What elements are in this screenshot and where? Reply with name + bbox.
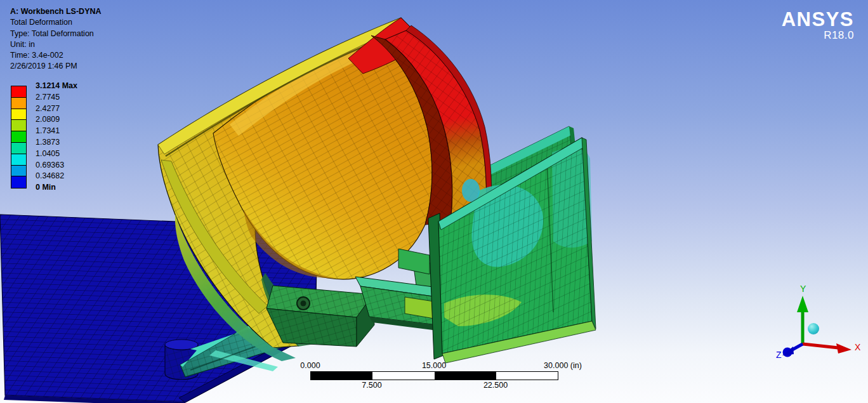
result-timestamp: 2/26/2019 1:46 PM	[10, 61, 102, 72]
legend-value: 0.69363	[36, 160, 64, 170]
ansys-release-text: R18.0	[782, 29, 854, 41]
scale-segment	[435, 372, 496, 380]
legend-value: 2.7745	[36, 92, 60, 102]
legend-swatch	[11, 166, 26, 177]
scale-ruler-bar	[310, 371, 558, 380]
legend-max-label: 3.1214 Max	[36, 81, 77, 91]
scale-ruler: 0.000 15.000 30.000 (in) 7.500 22.500	[310, 361, 558, 399]
legend-value: 0.34682	[36, 171, 64, 181]
orientation-triad[interactable]: Y X Z	[765, 277, 866, 378]
iso-view-sphere[interactable]	[808, 323, 819, 334]
y-axis-arrow[interactable]	[797, 296, 808, 344]
result-unit: Unit: in	[10, 39, 102, 50]
legend-value: 1.3873	[36, 137, 60, 147]
x-axis-arrow[interactable]	[803, 343, 852, 353]
result-info-block: A: Workbench LS-DYNA Total Deformation T…	[10, 6, 102, 72]
analysis-title: A: Workbench LS-DYNA	[10, 6, 102, 17]
deformation-legend: 3.1214 Max 2.7745 2.4277 2.0809 1.7341 1…	[9, 81, 85, 192]
legend-value: 2.4277	[36, 103, 60, 114]
legend-min-label: 0 Min	[36, 182, 56, 192]
legend-value: 2.0809	[36, 114, 60, 124]
scale-label-15: 15.000	[422, 361, 446, 370]
legend-color-stack	[11, 86, 27, 188]
ansys-logo-text: ANSYS	[782, 10, 854, 29]
legend-swatch	[11, 120, 26, 131]
result-time: Time: 3.4e-002	[10, 50, 102, 61]
legend-value: 1.7341	[36, 126, 60, 136]
legend-swatch	[11, 143, 26, 154]
scale-segment	[311, 372, 372, 380]
x-axis-label: X	[855, 342, 861, 352]
legend-swatch	[11, 109, 26, 121]
legend-swatch	[11, 176, 26, 188]
scale-label-0: 0.000	[300, 361, 320, 370]
scale-label-30: 30.000 (in)	[544, 361, 582, 370]
result-type: Type: Total Deformation	[10, 29, 102, 39]
legend-swatch	[11, 98, 26, 109]
model-3d-canvas[interactable]	[0, 0, 868, 403]
model-viewport[interactable]: A: Workbench LS-DYNA Total Deformation T…	[0, 0, 868, 403]
y-axis-label: Y	[800, 284, 806, 294]
z-axis-label: Z	[776, 350, 782, 360]
legend-value: 1.0405	[36, 149, 60, 159]
saddle-base-block	[266, 286, 374, 347]
legend-swatch	[11, 131, 26, 143]
scale-segment	[496, 372, 558, 380]
legend-swatch	[11, 154, 26, 166]
legend-swatch	[11, 86, 26, 98]
z-axis-arrow[interactable]	[782, 344, 803, 357]
scale-label-7-5: 7.500	[362, 381, 381, 390]
result-name: Total Deformation	[10, 17, 102, 28]
scale-segment	[372, 372, 434, 380]
ansys-logo: ANSYS R18.0	[782, 10, 854, 41]
scale-label-22-5: 22.500	[483, 381, 508, 390]
